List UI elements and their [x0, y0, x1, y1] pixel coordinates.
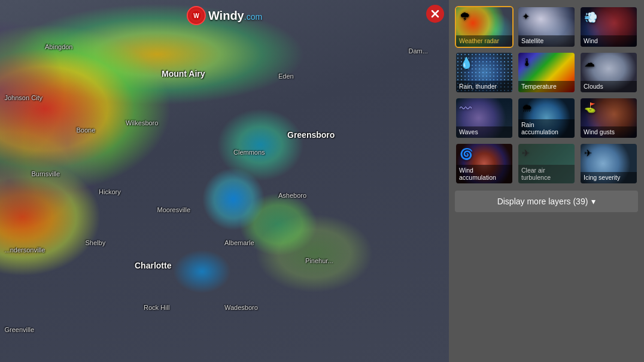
- layer-weather-radar[interactable]: 🌩 Weather radar: [455, 6, 514, 48]
- satellite-icon: ✦: [522, 11, 530, 22]
- layer-rain-thunder[interactable]: 💧 Rain, thunder: [455, 52, 514, 93]
- close-button[interactable]: [426, 5, 444, 23]
- layers-grid: 🌩 Weather radar ✦ Satellite 💨 Wind 💧 Rai…: [455, 6, 638, 185]
- chevron-down-icon: ▾: [591, 197, 596, 206]
- layer-label-satellite: Satellite: [518, 35, 575, 47]
- layer-label-wind: Wind: [581, 35, 637, 47]
- right-panel: 🌩 Weather radar ✦ Satellite 💨 Wind 💧 Rai…: [449, 0, 644, 362]
- layer-label-wind-gusts: Wind gusts: [581, 126, 637, 138]
- layer-label-clear-air: Clear airturbulence: [518, 165, 575, 183]
- wind-gusts-icon: ⛳: [584, 102, 596, 113]
- temp-icon: 🌡: [522, 56, 533, 69]
- rain-accum-icon: 🌧: [522, 102, 533, 114]
- layer-temperature[interactable]: 🌡 Temperature: [517, 52, 576, 93]
- layer-wind[interactable]: 💨 Wind: [579, 6, 638, 48]
- map-area[interactable]: Abingdon Johnson City Burnsville Boone M…: [0, 0, 449, 362]
- clear-air-icon: ✈: [522, 147, 530, 159]
- windy-com: .com: [244, 12, 262, 22]
- icing-icon: ✈: [584, 147, 592, 159]
- layer-rain-accumulation[interactable]: 🌧 Rainaccumulation: [517, 97, 576, 139]
- layer-clouds[interactable]: ☁ Clouds: [579, 52, 638, 93]
- layer-label-temperature: Temperature: [518, 81, 575, 92]
- layer-clear-air-turbulence[interactable]: ✈ Clear airturbulence: [517, 143, 576, 185]
- layer-waves[interactable]: 〰 Waves: [455, 97, 514, 139]
- rain-icon: 💧: [460, 56, 473, 70]
- windy-logo: W Windy.com: [187, 6, 262, 25]
- more-layers-button[interactable]: Display more layers (39) ▾: [455, 191, 638, 212]
- wind-accum-icon: 🌀: [460, 147, 473, 161]
- layer-icing-severity[interactable]: ✈ Icing severity: [579, 143, 638, 185]
- windy-text: Windy.com: [208, 9, 262, 23]
- layer-wind-gusts[interactable]: ⛳ Wind gusts: [579, 97, 638, 139]
- layer-label-wind-accumulation: Windaccumulation: [456, 165, 512, 183]
- waves-icon: 〰: [460, 102, 472, 116]
- more-layers-label: Display more layers (39): [497, 197, 588, 206]
- windy-badge-icon: W: [187, 6, 206, 25]
- layer-label-rain-accumulation: Rainaccumulation: [518, 119, 575, 138]
- layer-label-radar: Weather radar: [456, 35, 512, 47]
- layer-label-waves: Waves: [456, 126, 512, 138]
- clouds-icon: ☁: [584, 56, 595, 70]
- radar-overlay: [0, 0, 449, 362]
- wind-icon: 💨: [584, 11, 597, 24]
- radar-icon: 🌩: [460, 11, 470, 23]
- layer-wind-accumulation[interactable]: 🌀 Windaccumulation: [455, 143, 514, 185]
- svg-text:W: W: [193, 13, 199, 19]
- layer-label-icing: Icing severity: [581, 172, 637, 183]
- layer-satellite[interactable]: ✦ Satellite: [517, 6, 576, 48]
- layer-label-rain-thunder: Rain, thunder: [456, 81, 512, 92]
- layer-label-clouds: Clouds: [581, 81, 637, 92]
